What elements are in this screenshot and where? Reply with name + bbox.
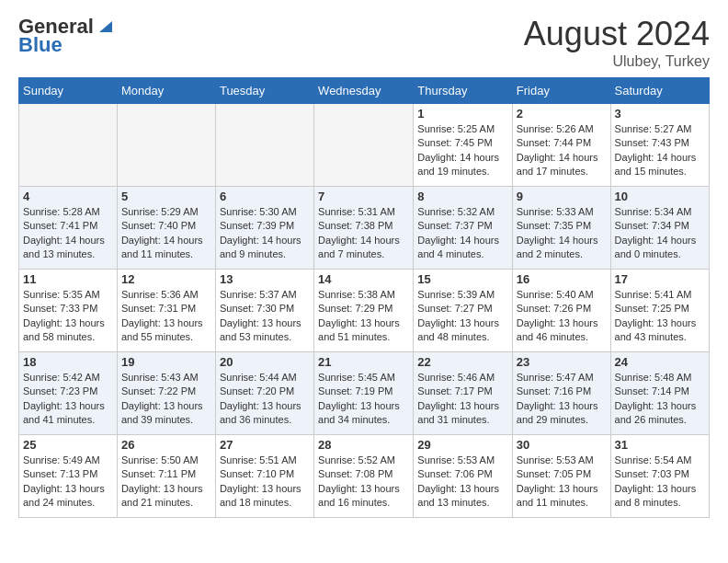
day-number: 29	[417, 438, 507, 452]
calendar-week-row: 11Sunrise: 5:35 AM Sunset: 7:33 PM Dayli…	[19, 270, 710, 352]
calendar-cell	[314, 104, 414, 187]
calendar-cell: 13Sunrise: 5:37 AM Sunset: 7:30 PM Dayli…	[215, 270, 313, 352]
day-info: Sunrise: 5:26 AM Sunset: 7:44 PM Dayligh…	[517, 122, 607, 179]
calendar-cell: 27Sunrise: 5:51 AM Sunset: 7:10 PM Dayli…	[215, 435, 313, 518]
day-number: 23	[517, 355, 607, 369]
day-info: Sunrise: 5:31 AM Sunset: 7:38 PM Dayligh…	[318, 205, 409, 262]
day-number: 14	[318, 272, 409, 286]
calendar-cell: 7Sunrise: 5:31 AM Sunset: 7:38 PM Daylig…	[314, 187, 414, 270]
day-number: 17	[615, 272, 705, 286]
day-info: Sunrise: 5:34 AM Sunset: 7:34 PM Dayligh…	[615, 205, 705, 262]
calendar-cell	[117, 104, 215, 187]
calendar-cell: 25Sunrise: 5:49 AM Sunset: 7:13 PM Dayli…	[19, 435, 118, 518]
calendar-table: SundayMondayTuesdayWednesdayThursdayFrid…	[18, 77, 710, 518]
day-number: 6	[220, 190, 310, 203]
day-number: 22	[417, 355, 507, 369]
day-number: 12	[121, 272, 211, 286]
day-info: Sunrise: 5:43 AM Sunset: 7:22 PM Dayligh…	[121, 371, 211, 428]
day-info: Sunrise: 5:38 AM Sunset: 7:29 PM Dayligh…	[318, 288, 409, 345]
calendar-cell: 26Sunrise: 5:50 AM Sunset: 7:11 PM Dayli…	[117, 435, 215, 518]
calendar-cell: 23Sunrise: 5:47 AM Sunset: 7:16 PM Dayli…	[512, 352, 610, 435]
day-number: 10	[615, 190, 705, 203]
calendar-cell: 22Sunrise: 5:46 AM Sunset: 7:17 PM Dayli…	[414, 352, 512, 435]
day-number: 11	[23, 272, 113, 286]
logo-blue-text: Blue	[18, 33, 63, 57]
calendar-cell: 15Sunrise: 5:39 AM Sunset: 7:27 PM Dayli…	[414, 270, 512, 352]
calendar-cell: 31Sunrise: 5:54 AM Sunset: 7:03 PM Dayli…	[610, 435, 709, 518]
day-number: 27	[220, 438, 310, 452]
calendar-cell: 14Sunrise: 5:38 AM Sunset: 7:29 PM Dayli…	[314, 270, 414, 352]
day-info: Sunrise: 5:40 AM Sunset: 7:26 PM Dayligh…	[517, 288, 607, 345]
calendar-cell: 2Sunrise: 5:26 AM Sunset: 7:44 PM Daylig…	[512, 104, 610, 187]
day-number: 25	[23, 438, 113, 452]
column-header-wednesday: Wednesday	[314, 78, 414, 104]
calendar-week-row: 4Sunrise: 5:28 AM Sunset: 7:41 PM Daylig…	[19, 187, 710, 270]
day-number: 28	[318, 438, 409, 452]
calendar-cell: 4Sunrise: 5:28 AM Sunset: 7:41 PM Daylig…	[19, 187, 118, 270]
day-info: Sunrise: 5:29 AM Sunset: 7:40 PM Dayligh…	[121, 205, 211, 262]
day-info: Sunrise: 5:47 AM Sunset: 7:16 PM Dayligh…	[517, 371, 607, 428]
day-info: Sunrise: 5:35 AM Sunset: 7:33 PM Dayligh…	[23, 288, 113, 345]
day-number: 8	[417, 190, 507, 203]
day-number: 4	[23, 190, 113, 203]
day-number: 30	[517, 438, 607, 452]
day-number: 3	[615, 107, 705, 121]
column-header-monday: Monday	[117, 78, 215, 104]
day-info: Sunrise: 5:28 AM Sunset: 7:41 PM Dayligh…	[23, 205, 113, 262]
calendar-cell: 10Sunrise: 5:34 AM Sunset: 7:34 PM Dayli…	[610, 187, 709, 270]
calendar-cell	[19, 104, 118, 187]
calendar-cell: 28Sunrise: 5:52 AM Sunset: 7:08 PM Dayli…	[314, 435, 414, 518]
column-header-friday: Friday	[512, 78, 610, 104]
day-number: 15	[417, 272, 507, 286]
day-number: 16	[517, 272, 607, 286]
day-number: 19	[121, 355, 211, 369]
day-info: Sunrise: 5:33 AM Sunset: 7:35 PM Dayligh…	[517, 205, 607, 262]
day-info: Sunrise: 5:44 AM Sunset: 7:20 PM Dayligh…	[220, 371, 310, 428]
day-info: Sunrise: 5:30 AM Sunset: 7:39 PM Dayligh…	[220, 205, 310, 262]
day-info: Sunrise: 5:27 AM Sunset: 7:43 PM Dayligh…	[615, 122, 705, 179]
day-info: Sunrise: 5:50 AM Sunset: 7:11 PM Dayligh…	[121, 454, 211, 511]
calendar-cell: 30Sunrise: 5:53 AM Sunset: 7:05 PM Dayli…	[512, 435, 610, 518]
calendar-header-row: SundayMondayTuesdayWednesdayThursdayFrid…	[19, 78, 710, 104]
location-text: Ulubey, Turkey	[524, 53, 710, 70]
calendar-cell: 24Sunrise: 5:48 AM Sunset: 7:14 PM Dayli…	[610, 352, 709, 435]
day-info: Sunrise: 5:51 AM Sunset: 7:10 PM Dayligh…	[220, 454, 310, 511]
month-year-heading: August 2024	[524, 15, 710, 53]
calendar-cell: 29Sunrise: 5:53 AM Sunset: 7:06 PM Dayli…	[414, 435, 512, 518]
day-info: Sunrise: 5:36 AM Sunset: 7:31 PM Dayligh…	[121, 288, 211, 345]
day-number: 9	[517, 190, 607, 203]
day-number: 5	[121, 190, 211, 203]
calendar-cell: 20Sunrise: 5:44 AM Sunset: 7:20 PM Dayli…	[215, 352, 313, 435]
calendar-cell	[215, 104, 313, 187]
column-header-tuesday: Tuesday	[215, 78, 313, 104]
day-info: Sunrise: 5:25 AM Sunset: 7:45 PM Dayligh…	[417, 122, 507, 179]
calendar-cell: 8Sunrise: 5:32 AM Sunset: 7:37 PM Daylig…	[414, 187, 512, 270]
day-number: 2	[517, 107, 607, 121]
day-info: Sunrise: 5:42 AM Sunset: 7:23 PM Dayligh…	[23, 371, 113, 428]
day-info: Sunrise: 5:54 AM Sunset: 7:03 PM Dayligh…	[615, 454, 705, 511]
calendar-cell: 21Sunrise: 5:45 AM Sunset: 7:19 PM Dayli…	[314, 352, 414, 435]
calendar-cell: 6Sunrise: 5:30 AM Sunset: 7:39 PM Daylig…	[215, 187, 313, 270]
calendar-cell: 12Sunrise: 5:36 AM Sunset: 7:31 PM Dayli…	[117, 270, 215, 352]
column-header-saturday: Saturday	[610, 78, 709, 104]
calendar-week-row: 1Sunrise: 5:25 AM Sunset: 7:45 PM Daylig…	[19, 104, 710, 187]
day-info: Sunrise: 5:53 AM Sunset: 7:05 PM Dayligh…	[517, 454, 607, 511]
column-header-sunday: Sunday	[19, 78, 118, 104]
day-info: Sunrise: 5:45 AM Sunset: 7:19 PM Dayligh…	[318, 371, 409, 428]
calendar-cell: 19Sunrise: 5:43 AM Sunset: 7:22 PM Dayli…	[117, 352, 215, 435]
title-section: August 2024 Ulubey, Turkey	[524, 15, 710, 70]
calendar-cell: 3Sunrise: 5:27 AM Sunset: 7:43 PM Daylig…	[610, 104, 709, 187]
calendar-cell: 9Sunrise: 5:33 AM Sunset: 7:35 PM Daylig…	[512, 187, 610, 270]
day-info: Sunrise: 5:49 AM Sunset: 7:13 PM Dayligh…	[23, 454, 113, 511]
day-info: Sunrise: 5:41 AM Sunset: 7:25 PM Dayligh…	[615, 288, 705, 345]
calendar-cell: 18Sunrise: 5:42 AM Sunset: 7:23 PM Dayli…	[19, 352, 118, 435]
day-info: Sunrise: 5:46 AM Sunset: 7:17 PM Dayligh…	[417, 371, 507, 428]
day-number: 13	[220, 272, 310, 286]
day-number: 20	[220, 355, 310, 369]
day-number: 18	[23, 355, 113, 369]
calendar-cell: 11Sunrise: 5:35 AM Sunset: 7:33 PM Dayli…	[19, 270, 118, 352]
logo: General Blue	[18, 15, 112, 57]
calendar-week-row: 25Sunrise: 5:49 AM Sunset: 7:13 PM Dayli…	[19, 435, 710, 518]
calendar-cell: 5Sunrise: 5:29 AM Sunset: 7:40 PM Daylig…	[117, 187, 215, 270]
day-info: Sunrise: 5:32 AM Sunset: 7:37 PM Dayligh…	[417, 205, 507, 262]
